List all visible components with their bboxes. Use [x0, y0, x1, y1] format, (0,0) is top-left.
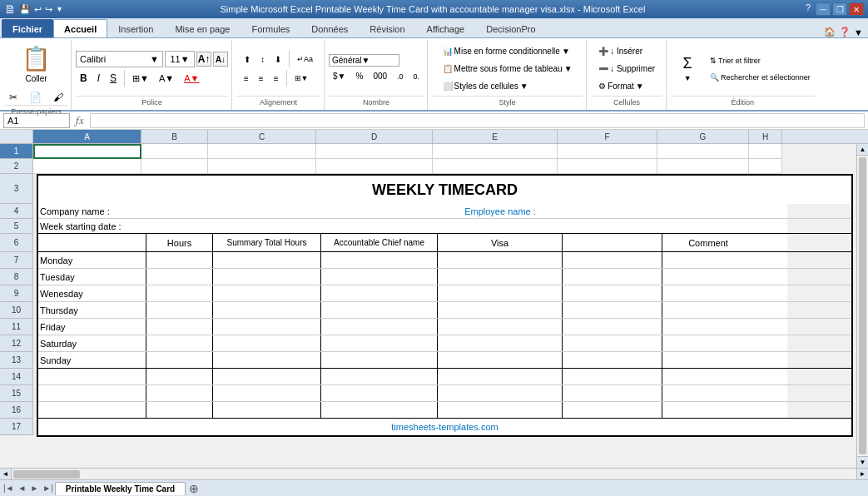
cell-c6[interactable]: Summary Total Hours: [213, 234, 321, 251]
cell-b7[interactable]: [146, 252, 213, 268]
cell-h11[interactable]: [754, 319, 787, 335]
cell-b15[interactable]: [146, 385, 213, 401]
cell-h15[interactable]: [754, 385, 787, 401]
cell-c13[interactable]: [213, 352, 321, 368]
tab-mise-en-page[interactable]: Mise en page: [164, 19, 241, 37]
cell-e7[interactable]: [438, 252, 563, 268]
cell-h2[interactable]: [749, 159, 782, 174]
scroll-down-button[interactable]: ▼: [857, 456, 868, 468]
decrease-font-button[interactable]: A↓: [213, 52, 228, 67]
cell-c1[interactable]: [208, 144, 316, 159]
cell-h9[interactable]: [754, 285, 787, 301]
tab-decisionpro[interactable]: DecisionPro: [475, 19, 546, 37]
row-num-1[interactable]: 1: [0, 144, 33, 159]
cell-d16[interactable]: [321, 402, 438, 418]
cell-a9[interactable]: Wenesday: [38, 285, 146, 301]
tab-affichage[interactable]: Affichage: [416, 19, 476, 37]
cell-c7[interactable]: [213, 252, 321, 268]
cell-f16[interactable]: [563, 402, 662, 418]
cell-e1[interactable]: [433, 144, 558, 159]
cell-h5[interactable]: [754, 219, 787, 233]
cell-g5[interactable]: [662, 219, 754, 233]
cell-d13[interactable]: [321, 352, 438, 368]
cell-b9[interactable]: [146, 285, 213, 301]
scroll-thumb[interactable]: [859, 157, 866, 454]
cell-a7[interactable]: Monday: [38, 252, 146, 268]
formula-input[interactable]: [90, 113, 865, 128]
fill-color-button[interactable]: A▼: [155, 71, 178, 86]
cell-g10[interactable]: [662, 302, 754, 318]
scroll-left-button[interactable]: ◄: [0, 469, 12, 480]
function-wizard-button[interactable]: 𝑓𝑥: [73, 114, 87, 127]
tab-fichier[interactable]: Fichier: [2, 19, 53, 37]
italic-button[interactable]: I: [93, 71, 104, 86]
cell-d5[interactable]: [321, 219, 438, 233]
thousands-button[interactable]: 000: [369, 69, 391, 84]
col-header-g[interactable]: G: [657, 130, 749, 143]
vertical-scrollbar[interactable]: ▲ ▼: [856, 144, 868, 468]
select-all-button[interactable]: [0, 130, 33, 144]
cell-a11[interactable]: Friday: [38, 319, 146, 335]
cell-b4[interactable]: [146, 204, 213, 218]
ribbon-expand-icon[interactable]: ▼: [854, 27, 863, 37]
bold-button[interactable]: B: [76, 71, 92, 86]
insert-button[interactable]: ➕ ↓ Insérer: [594, 44, 659, 59]
wrap-button[interactable]: ↵Aa: [293, 52, 317, 67]
cell-b5[interactable]: [146, 219, 213, 233]
cell-f10[interactable]: [563, 302, 662, 318]
cell-h8[interactable]: [754, 269, 787, 285]
font-name-box[interactable]: Calibri ▼: [76, 51, 163, 67]
tab-revision[interactable]: Révision: [359, 19, 415, 37]
row-num-17[interactable]: 17: [0, 419, 33, 435]
cell-g13[interactable]: [662, 352, 754, 368]
quick-access-more[interactable]: ▼: [56, 5, 63, 13]
minimize-button[interactable]: ─: [816, 2, 831, 16]
cell-e8[interactable]: [438, 269, 563, 285]
row-num-10[interactable]: 10: [0, 302, 33, 319]
row-num-4[interactable]: 4: [0, 204, 33, 219]
cell-d9[interactable]: [321, 285, 438, 301]
cell-g4[interactable]: [662, 204, 754, 218]
sort-filter-button[interactable]: ⇅ Trier et filtrer: [706, 53, 815, 68]
format-painter-button[interactable]: 🖌: [49, 90, 67, 105]
cell-b13[interactable]: [146, 352, 213, 368]
paste-button[interactable]: 📋 Coller: [12, 42, 62, 87]
restore-button[interactable]: ❐: [832, 2, 847, 16]
cell-h12[interactable]: [754, 335, 787, 351]
cell-d14[interactable]: [321, 369, 438, 384]
cell-g7[interactable]: [662, 252, 754, 268]
row-num-14[interactable]: 14: [0, 369, 33, 385]
col-header-d[interactable]: D: [316, 130, 433, 143]
cell-c8[interactable]: [213, 269, 321, 285]
cell-a8[interactable]: Tuesday: [38, 269, 146, 285]
cell-styles-button[interactable]: ⬜ Styles de cellules ▼: [439, 79, 577, 94]
cell-c15[interactable]: [213, 385, 321, 401]
cell-h6[interactable]: [754, 234, 787, 251]
cell-h14[interactable]: [754, 369, 787, 384]
cell-h7[interactable]: [754, 252, 787, 268]
cell-d15[interactable]: [321, 385, 438, 401]
row-num-11[interactable]: 11: [0, 319, 33, 335]
cell-c16[interactable]: [213, 402, 321, 418]
row-num-13[interactable]: 13: [0, 352, 33, 369]
align-right-button[interactable]: ≡: [270, 71, 283, 86]
cell-a6[interactable]: [38, 234, 146, 251]
row-num-7[interactable]: 7: [0, 252, 33, 269]
row-num-8[interactable]: 8: [0, 269, 33, 285]
tab-first-button[interactable]: |◄: [2, 484, 16, 493]
cell-f8[interactable]: [563, 269, 662, 285]
cell-f15[interactable]: [563, 385, 662, 401]
copy-button[interactable]: 📄: [25, 90, 46, 105]
cell-h16[interactable]: [754, 402, 787, 418]
quick-access-save[interactable]: 💾: [19, 4, 31, 15]
delete-button[interactable]: ➖ ↓ Supprimer: [594, 62, 659, 77]
cell-e4[interactable]: Employee name :: [438, 204, 563, 218]
font-size-box[interactable]: 11 ▼: [165, 51, 195, 67]
cell-h4[interactable]: [754, 204, 787, 218]
row-num-5[interactable]: 5: [0, 219, 33, 234]
cell-c2[interactable]: [208, 159, 316, 174]
cell-a14[interactable]: [38, 369, 146, 384]
row-num-9[interactable]: 9: [0, 285, 33, 302]
cell-g14[interactable]: [662, 369, 754, 384]
cell-g11[interactable]: [662, 319, 754, 335]
